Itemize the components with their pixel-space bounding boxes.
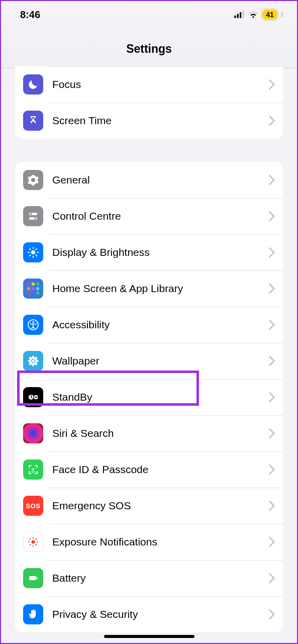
row-label: Face ID & Passcode <box>52 464 269 476</box>
chevron-right-icon <box>269 247 275 257</box>
settings-group-focus: Focus Screen Time <box>15 66 283 139</box>
svg-rect-29 <box>34 395 38 399</box>
row-battery[interactable]: Battery <box>15 560 283 596</box>
svg-point-19 <box>32 360 35 362</box>
row-emergency-sos[interactable]: SOS Emergency SOS <box>15 488 283 524</box>
svg-point-33 <box>34 468 35 469</box>
row-general[interactable]: General <box>15 162 283 198</box>
svg-line-13 <box>30 249 31 250</box>
battery-tip-icon <box>281 12 283 17</box>
status-bar: 8:46 41 <box>1 1 297 28</box>
svg-line-15 <box>30 255 31 256</box>
siri-icon <box>23 423 43 443</box>
settings-scroll[interactable]: Focus Screen Time General Control Centre <box>1 66 297 643</box>
row-label: StandBy <box>52 391 269 403</box>
status-time: 8:46 <box>20 9 40 21</box>
battery-level: 41 <box>262 10 277 20</box>
row-label: Battery <box>52 572 269 584</box>
cellular-icon <box>234 9 245 21</box>
row-label: Exposure Notifications <box>52 536 269 548</box>
standby-icon <box>23 387 43 407</box>
hand-icon <box>23 604 43 624</box>
app-grid-icon <box>23 279 43 299</box>
chevron-right-icon <box>269 392 275 402</box>
face-id-icon <box>23 459 43 480</box>
flower-icon <box>23 351 43 371</box>
row-label: Privacy & Security <box>52 608 269 620</box>
sos-icon: SOS <box>23 496 43 516</box>
row-label: Display & Brightness <box>52 246 269 258</box>
svg-point-35 <box>33 537 34 539</box>
row-label: Siri & Search <box>52 427 269 439</box>
accessibility-icon <box>23 315 43 335</box>
svg-rect-43 <box>29 576 36 580</box>
svg-line-16 <box>36 249 37 250</box>
svg-rect-0 <box>234 15 236 18</box>
home-indicator[interactable] <box>104 635 194 638</box>
row-accessibility[interactable]: Accessibility <box>15 307 283 343</box>
battery-row-icon <box>23 568 43 588</box>
row-label: General <box>52 174 269 186</box>
svg-line-14 <box>36 255 37 256</box>
row-label: Wallpaper <box>52 355 269 367</box>
svg-point-22 <box>28 360 32 362</box>
toggles-icon <box>23 206 43 226</box>
svg-rect-1 <box>237 14 239 18</box>
chevron-right-icon <box>269 609 275 619</box>
sun-icon <box>23 242 43 262</box>
svg-point-41 <box>30 544 31 545</box>
svg-point-42 <box>35 544 37 545</box>
svg-point-39 <box>30 538 31 540</box>
chevron-right-icon <box>269 116 275 126</box>
chevron-right-icon <box>269 211 275 221</box>
row-home-screen[interactable]: Home Screen & App Library <box>15 270 283 307</box>
svg-rect-3 <box>242 11 244 18</box>
hourglass-icon <box>23 111 43 131</box>
row-face-id[interactable]: Face ID & Passcode <box>15 451 283 488</box>
chevron-right-icon <box>269 320 275 330</box>
row-label: Emergency SOS <box>52 500 269 512</box>
svg-point-32 <box>31 468 32 469</box>
svg-point-20 <box>32 356 35 359</box>
page-title: Settings <box>1 28 297 68</box>
row-label: Home Screen & App Library <box>52 283 269 295</box>
svg-point-8 <box>31 250 35 254</box>
row-control-centre[interactable]: Control Centre <box>15 198 283 234</box>
battery-icon: 41 <box>261 9 278 21</box>
chevron-right-icon <box>269 284 275 294</box>
chevron-right-icon <box>269 501 275 511</box>
svg-point-7 <box>34 218 36 220</box>
exposure-icon <box>23 532 43 552</box>
row-label: Accessibility <box>52 319 269 331</box>
row-standby[interactable]: StandBy <box>15 379 283 415</box>
status-right: 41 <box>234 9 283 21</box>
settings-group-main: General Control Centre Display & Brightn… <box>15 162 283 632</box>
row-exposure-notifications[interactable]: Exposure Notifications <box>15 524 283 560</box>
svg-point-34 <box>32 540 35 544</box>
row-display-brightness[interactable]: Display & Brightness <box>15 234 283 270</box>
svg-point-37 <box>29 541 30 543</box>
chevron-right-icon <box>269 465 275 475</box>
row-siri-search[interactable]: Siri & Search <box>15 415 283 451</box>
svg-point-40 <box>35 538 37 540</box>
row-privacy-security[interactable]: Privacy & Security <box>15 596 283 632</box>
row-screen-time[interactable]: Screen Time <box>15 103 283 139</box>
chevron-right-icon <box>269 428 275 438</box>
chevron-right-icon <box>269 537 275 547</box>
row-focus[interactable]: Focus <box>15 66 283 103</box>
chevron-right-icon <box>269 356 275 366</box>
svg-rect-44 <box>37 577 38 579</box>
svg-point-5 <box>30 213 32 215</box>
svg-point-38 <box>37 541 38 543</box>
svg-point-23 <box>35 360 39 362</box>
svg-rect-2 <box>240 12 241 18</box>
row-label: Control Centre <box>52 210 269 222</box>
wifi-icon <box>248 9 258 21</box>
chevron-right-icon <box>269 573 275 583</box>
chevron-right-icon <box>269 175 275 185</box>
chevron-right-icon <box>269 79 275 89</box>
moon-icon <box>23 74 43 95</box>
row-label: Screen Time <box>52 115 269 127</box>
row-label: Focus <box>52 78 269 90</box>
row-wallpaper[interactable]: Wallpaper <box>15 343 283 379</box>
